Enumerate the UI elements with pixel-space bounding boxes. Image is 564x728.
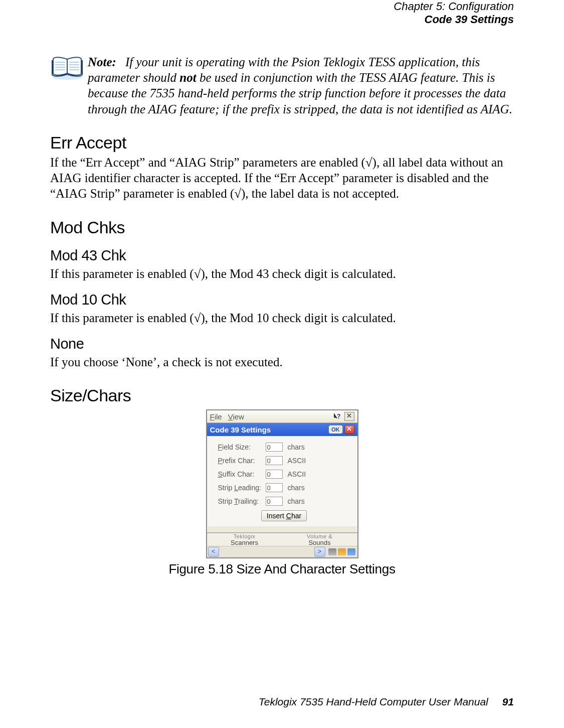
input-field-size[interactable]: 0 [266,443,283,452]
body-err-accept: If the “Err Accept” and “AIAG Strip” par… [50,155,514,202]
body-mod10: If this parameter is enabled (√), the Mo… [50,310,514,326]
input-strip-trailing[interactable]: 0 [266,497,283,506]
menu-file[interactable]: File [210,412,222,421]
figure-caption: Figure 5.18 Size And Character Settings [50,561,514,577]
system-tray [326,548,357,555]
svg-text:?: ? [337,413,340,420]
section-label: Code 39 Settings [50,13,514,26]
task-sounds[interactable]: Volume & Sounds [282,534,357,546]
close-icon[interactable]: ✕ [344,412,354,421]
heading-sizechars: Size/Chars [50,386,514,405]
note-text: Note:If your unit is operating with the … [88,54,514,117]
page-header: Chapter 5: Configuration Code 39 Setting… [50,0,514,27]
unit-field-size: chars [288,443,305,451]
unit-suffix-char: ASCII [288,470,306,478]
note-block: Note:If your unit is operating with the … [50,54,514,117]
input-suffix-char[interactable]: 0 [266,470,283,479]
label-strip-trailing: Strip Trailing: [218,497,266,505]
note-label: Note: [88,54,116,70]
task-scanners[interactable]: Teklogix Scanners [207,534,282,546]
label-prefix-char: Prefix Char: [218,457,266,465]
body-none: If you choose ‘None’, a check is not exe… [50,354,514,370]
help-icon[interactable]: ? [332,412,341,421]
insert-char-button[interactable]: Insert Char [261,510,307,521]
taskbar: Teklogix Scanners Volume & Sounds [207,533,357,546]
menu-view[interactable]: View [228,412,244,421]
input-strip-leading[interactable]: 0 [266,483,283,492]
label-suffix-char: Suffix Char: [218,470,266,478]
page-footer: Teklogix 7535 Hand-Held Computer User Ma… [259,696,514,708]
row-strip-trailing: Strip Trailing: 0 chars [218,497,350,506]
dialog-title: Code 39 Settings [210,425,271,434]
body-mod43: If this parameter is enabled (√), the Mo… [50,266,514,281]
titlebar: Code 39 Settings OK ✕ [207,423,357,436]
input-prefix-char[interactable]: 0 [266,456,283,465]
scrollbar: < > [207,546,357,557]
note-body: If your unit is operating with the Psion… [88,55,512,116]
unit-strip-leading: chars [288,484,305,492]
heading-mod43: Mod 43 Chk [50,247,514,264]
heading-err-accept: Err Accept [50,133,514,153]
page-number: 91 [502,696,514,707]
unit-prefix-char: ASCII [288,457,306,465]
battery-icon[interactable] [338,548,346,555]
form-area: Field Size: 0 chars Prefix Char: 0 ASCII… [207,436,357,526]
scroll-right-icon[interactable]: > [314,547,325,557]
unit-strip-trailing: chars [288,497,305,505]
heading-mod10: Mod 10 Chk [50,292,514,308]
label-strip-leading: Strip Leading: [218,484,266,492]
network-icon[interactable] [347,548,355,555]
heading-none: None [50,336,514,352]
label-field-size: Field Size: [218,443,266,451]
close-button[interactable]: ✕ [344,425,354,434]
row-field-size: Field Size: 0 chars [218,443,350,452]
keyboard-icon[interactable] [328,548,336,555]
book-icon [50,55,85,82]
menubar: File View ? ✕ [207,410,357,423]
row-suffix-char: Suffix Char: 0 ASCII [218,470,350,479]
manual-title: Teklogix 7535 Hand-Held Computer User Ma… [259,696,488,707]
ok-button[interactable]: OK [329,425,342,433]
chapter-label: Chapter 5: Configuration [50,0,514,13]
row-strip-leading: Strip Leading: 0 chars [218,483,350,492]
heading-mod-chks: Mod Chks [50,218,514,237]
row-prefix-char: Prefix Char: 0 ASCII [218,456,350,465]
scroll-left-icon[interactable]: < [208,547,219,557]
settings-dialog: File View ? ✕ Code 39 Settings OK ✕ Fiel… [206,409,358,558]
